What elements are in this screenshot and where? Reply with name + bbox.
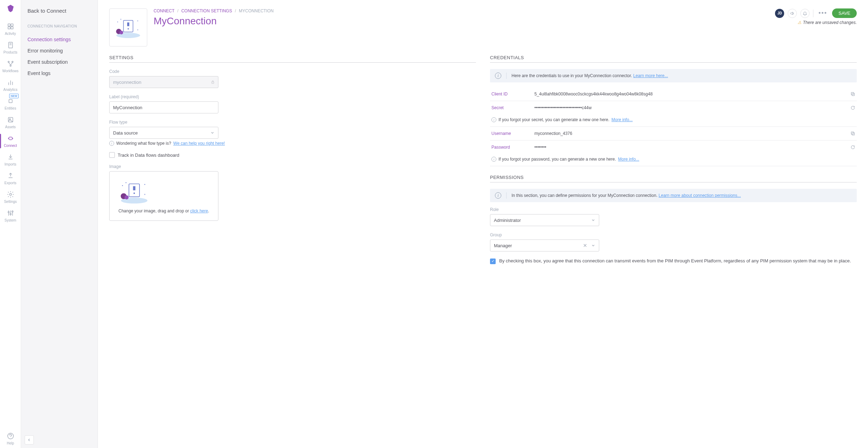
- notifications-icon[interactable]: [800, 9, 810, 18]
- credentials-learn-more-link[interactable]: Learn more here...: [633, 73, 668, 78]
- track-label: Track in Data flows dashboard: [118, 153, 179, 158]
- svg-rect-1: [11, 24, 13, 26]
- more-actions-button[interactable]: •••: [817, 10, 829, 17]
- secondary-nav: Back to Connect CONNECTION NAVIGATION Co…: [21, 0, 98, 448]
- svg-point-22: [12, 211, 13, 212]
- nav-label: Activity: [5, 32, 16, 36]
- nav-imports[interactable]: Imports: [0, 150, 21, 169]
- breadcrumb-current: MYCONNECTION: [239, 8, 274, 13]
- collapse-sidebar-button[interactable]: [25, 435, 34, 444]
- secret-label: Secret: [491, 105, 530, 110]
- svg-rect-3: [11, 27, 13, 29]
- svg-rect-34: [129, 184, 140, 197]
- image-click-here-link[interactable]: click here: [190, 209, 208, 213]
- image-upload-zone[interactable]: Change your image, drag and drop or clic…: [109, 171, 218, 221]
- nav-workflows[interactable]: Workflows: [0, 57, 21, 76]
- copy-icon[interactable]: [850, 131, 855, 136]
- label-input[interactable]: [109, 101, 218, 113]
- client-id-label: Client ID: [491, 92, 530, 97]
- nav-activity[interactable]: Activity: [0, 20, 21, 38]
- secnav-event-subscription[interactable]: Event subscription: [27, 56, 91, 68]
- permissions-banner: i In this section, you can define permis…: [490, 189, 857, 202]
- svg-point-9: [10, 65, 11, 67]
- svg-rect-2: [8, 27, 10, 29]
- page-title: MyConnection: [154, 15, 769, 27]
- nav-settings[interactable]: Settings: [0, 188, 21, 206]
- svg-rect-41: [852, 93, 855, 96]
- svg-point-8: [12, 61, 13, 63]
- flowtype-label: Flow type: [109, 120, 476, 125]
- info-icon: i: [495, 73, 501, 79]
- svg-point-21: [10, 213, 11, 215]
- track-checkbox[interactable]: [109, 152, 115, 158]
- info-icon: i: [491, 157, 496, 162]
- secret-more-info-link[interactable]: More info...: [612, 117, 633, 122]
- nav-label: Products: [4, 50, 17, 54]
- nav-label: Connect: [4, 144, 17, 148]
- svg-point-39: [122, 185, 123, 186]
- avatar[interactable]: JD: [775, 9, 784, 18]
- lock-icon: [211, 80, 215, 84]
- section-label: CONNECTION NAVIGATION: [27, 24, 91, 28]
- svg-point-16: [10, 193, 12, 195]
- svg-rect-44: [851, 132, 854, 134]
- image-label: Image: [109, 164, 476, 169]
- password-label: Password: [491, 145, 530, 150]
- save-button[interactable]: SAVE: [832, 8, 857, 18]
- settings-heading: SETTINGS: [109, 55, 476, 63]
- svg-rect-0: [8, 24, 10, 26]
- back-to-connect-link[interactable]: Back to Connect: [27, 8, 91, 14]
- role-select[interactable]: Administrator: [490, 214, 599, 226]
- secnav-event-logs[interactable]: Event logs: [27, 68, 91, 79]
- svg-point-20: [8, 211, 9, 213]
- client-id-value: 5_4ul8ahfibk0008wooc0sckcgs4kk44kwoo8g4w…: [534, 92, 846, 97]
- secret-value: ••••••••••••••••••••••••••••••••c44w: [534, 105, 846, 110]
- new-badge: NEW: [9, 94, 19, 98]
- flowtype-select[interactable]: Data source: [109, 127, 218, 139]
- regenerate-icon[interactable]: [850, 105, 855, 110]
- secret-help-text: If you forgot your secret, you can gener…: [498, 117, 609, 122]
- nav-label: Help: [7, 441, 14, 445]
- nav-products[interactable]: Products: [0, 38, 21, 57]
- username-label: Username: [491, 131, 530, 136]
- svg-point-29: [119, 31, 123, 35]
- nav-label: Settings: [4, 200, 17, 204]
- warning-icon: ⚠: [798, 20, 801, 25]
- svg-point-31: [137, 20, 138, 21]
- code-label: Code: [109, 69, 476, 74]
- flowtype-help-link[interactable]: We can help you right here!: [173, 141, 225, 146]
- credentials-banner: i Here are the credentials to use in you…: [490, 69, 857, 82]
- svg-rect-42: [851, 92, 854, 95]
- svg-rect-4: [8, 42, 12, 48]
- nav-system[interactable]: System: [0, 206, 21, 225]
- secnav-error-monitoring[interactable]: Error monitoring: [27, 45, 91, 56]
- nav-entities[interactable]: NEW Entities: [0, 94, 21, 113]
- logo-icon: [6, 4, 16, 13]
- clear-icon[interactable]: ✕: [583, 243, 587, 248]
- info-icon: i: [491, 117, 496, 122]
- nav-exports[interactable]: Exports: [0, 169, 21, 188]
- image-help-text: Change your image, drag and drop or: [118, 209, 190, 213]
- nav-connect[interactable]: Connect: [0, 132, 21, 150]
- svg-point-27: [128, 28, 129, 30]
- secnav-connection-settings[interactable]: Connection settings: [27, 34, 91, 45]
- announcement-icon[interactable]: [788, 9, 797, 18]
- content-area: CONNECT / CONNECTION SETTINGS / MYCONNEC…: [98, 0, 868, 448]
- permissions-heading: PERMISSIONS: [490, 175, 857, 182]
- nav-analytics[interactable]: Analytics: [0, 76, 21, 94]
- chevron-down-icon: [210, 131, 215, 135]
- unsaved-changes-warning: ⚠ There are unsaved changes.: [798, 20, 857, 25]
- nav-label: Entities: [5, 106, 16, 110]
- permissions-learn-more-link[interactable]: Learn more about connection permissions.…: [659, 193, 741, 198]
- chevron-down-icon: [591, 218, 595, 222]
- breadcrumb-connect[interactable]: CONNECT: [154, 8, 174, 13]
- nav-help[interactable]: Help: [0, 429, 21, 448]
- copy-icon[interactable]: [850, 92, 855, 97]
- regenerate-icon[interactable]: [850, 145, 855, 150]
- svg-point-40: [144, 184, 145, 185]
- nav-assets[interactable]: Assets: [0, 113, 21, 132]
- agree-checkbox[interactable]: [490, 259, 496, 264]
- password-more-info-link[interactable]: More info...: [618, 157, 639, 162]
- password-help-text: If you forgot your password, you can gen…: [498, 157, 616, 162]
- breadcrumb-connection-settings[interactable]: CONNECTION SETTINGS: [181, 8, 232, 13]
